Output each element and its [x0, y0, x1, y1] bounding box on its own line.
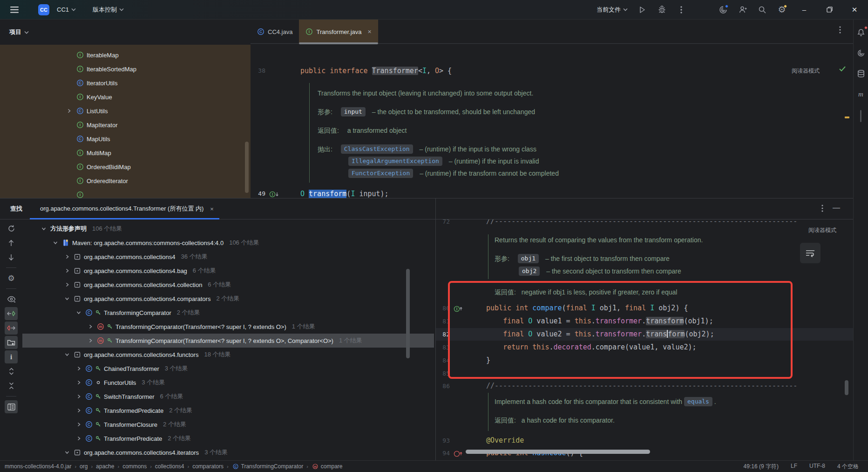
debug-icon[interactable] — [654, 3, 670, 17]
run-icon[interactable] — [634, 3, 650, 17]
search-everywhere-icon[interactable] — [754, 3, 770, 17]
chevron-right-icon[interactable] — [76, 394, 82, 399]
chevron-right-icon[interactable] — [76, 380, 82, 385]
chevron-right-icon[interactable] — [76, 366, 82, 371]
find-result-row[interactable]: org.apache.commons.collections4.collecti… — [22, 278, 434, 292]
chevron-down-icon[interactable] — [53, 240, 59, 246]
find-tree-scrollbar[interactable] — [406, 269, 410, 358]
more-actions-icon[interactable] — [673, 3, 689, 17]
inspections-ok-icon[interactable] — [839, 66, 846, 73]
new-folder-icon[interactable] — [5, 336, 18, 349]
project-tree-item-keyvalue[interactable]: IKeyValue — [0, 90, 251, 104]
caret-position[interactable]: 49:16 (9 字符) — [744, 463, 779, 471]
chevron-down-icon[interactable] — [41, 226, 47, 232]
expand-all-icon[interactable] — [5, 365, 18, 378]
gear-icon[interactable]: ⚙ — [5, 272, 18, 285]
implemented-method-gutter-icon[interactable]: I — [269, 190, 279, 198]
project-logo[interactable]: CC — [38, 4, 49, 15]
chevron-down-icon[interactable] — [64, 352, 71, 357]
project-selector[interactable]: CC1 — [54, 4, 79, 15]
exception-link[interactable]: FunctorException — [348, 169, 413, 178]
find-result-tab[interactable]: org.apache.commons.collections4.Transfor… — [36, 198, 217, 219]
soft-wrap-button[interactable] — [800, 243, 821, 263]
chevron-down-icon[interactable] — [64, 296, 71, 301]
vcs-menu[interactable]: 版本控制 — [90, 4, 127, 16]
project-tree-item-listutils[interactable]: CListUtils — [0, 104, 251, 118]
tab-options-icon[interactable] — [839, 26, 841, 35]
project-tree-scrollbar[interactable] — [245, 142, 249, 193]
find-result-row[interactable]: org.apache.commons.collections436 个结果 — [22, 250, 434, 264]
project-tree-item-mapiterator[interactable]: IMapIterator — [0, 118, 251, 132]
equals-chip[interactable]: equals — [684, 397, 712, 406]
project-tree-item-multimap[interactable]: IMultiMap — [0, 146, 251, 160]
chevron-right-icon[interactable] — [64, 268, 71, 274]
chevron-right-icon[interactable] — [64, 108, 74, 114]
chevron-right-icon[interactable] — [76, 422, 82, 427]
breadcrumb-item[interactable]: collections4 — [155, 463, 184, 470]
find-result-row[interactable]: org.apache.commons.collections4.functors… — [22, 348, 434, 362]
find-result-row[interactable]: CSwitchTransformer6 个结果 — [22, 390, 434, 404]
preview-pane-icon[interactable] — [5, 400, 18, 413]
find-result-row[interactable]: CTransformedPredicate2 个结果 — [22, 404, 434, 417]
chevron-right-icon[interactable] — [64, 282, 71, 287]
reader-mode-label[interactable]: 阅读器模式 — [808, 226, 836, 234]
nav-next-icon[interactable] — [5, 322, 18, 335]
find-result-row[interactable]: Maven: org.apache.commons:commons-collec… — [22, 236, 434, 250]
project-panel-header[interactable]: 项目 — [0, 20, 251, 45]
chevron-right-icon[interactable] — [76, 436, 82, 441]
collapse-all-icon[interactable] — [5, 379, 18, 392]
find-result-row[interactable]: CTransformerClosure2 个结果 — [22, 417, 434, 431]
project-tree-item-iteratorutils[interactable]: CIteratorUtils — [0, 76, 251, 90]
find-options-icon[interactable] — [821, 205, 823, 213]
maven-icon[interactable]: m — [855, 89, 867, 100]
breadcrumb-item[interactable]: CTransformingComparator — [232, 463, 304, 470]
nav-prev-icon[interactable] — [5, 307, 18, 320]
find-result-row[interactable]: 方法形参声明106 个结果 — [22, 222, 434, 236]
indent-indicator[interactable]: 4 个空格 — [837, 463, 859, 471]
settings-icon[interactable]: ⚙ — [774, 3, 790, 17]
find-result-row[interactable]: org.apache.commons.collections4.bag6 个结果 — [22, 264, 434, 278]
eye-icon[interactable] — [5, 293, 18, 306]
chevron-right-icon[interactable] — [64, 254, 71, 260]
code-with-me-icon[interactable] — [735, 3, 751, 17]
main-menu-icon[interactable] — [7, 3, 22, 17]
reader-mode-label[interactable]: 阅读器模式 — [792, 67, 820, 75]
exception-link[interactable]: ClassCastException — [341, 144, 413, 154]
hide-panel-icon[interactable]: — — [833, 205, 840, 213]
window-close-button[interactable]: ✕ — [844, 0, 865, 20]
breadcrumb-item[interactable]: apache — [96, 463, 114, 470]
database-icon[interactable] — [855, 68, 867, 79]
tab-transformer-java[interactable]: I Transformer.java × — [299, 20, 378, 44]
horizontal-scrollbar[interactable] — [466, 450, 650, 454]
project-tree-item[interactable]: I — [0, 188, 251, 198]
refresh-icon[interactable] — [5, 222, 18, 235]
project-tree-item-orderediterator[interactable]: IOrderedIterator — [0, 174, 251, 188]
project-tree-item-iterablesortedmap[interactable]: IIterableSortedMap — [0, 62, 251, 76]
breadcrumb-item[interactable]: mcompare — [312, 463, 343, 470]
run-configuration-selector[interactable]: 当前文件 — [594, 4, 631, 16]
find-result-row[interactable]: org.apache.commons.collections4.comparat… — [22, 292, 434, 306]
chevron-down-icon[interactable] — [64, 450, 71, 455]
project-tree-item-iterablemap[interactable]: IIterableMap — [0, 48, 251, 62]
overrides-method-gutter-icon[interactable] — [454, 449, 464, 461]
chevron-right-icon[interactable] — [88, 324, 94, 329]
breadcrumb-item[interactable]: comparators — [192, 463, 224, 470]
ai-chat-icon[interactable] — [855, 48, 867, 59]
find-result-row[interactable]: mTransformingComparator(Transformer<? su… — [22, 320, 434, 334]
tab-close-icon[interactable]: × — [368, 28, 372, 35]
project-tree-item-maputils[interactable]: CMapUtils — [0, 132, 251, 146]
find-result-row[interactable]: CChainedTransformer3 个结果 — [22, 362, 434, 376]
window-restore-button[interactable] — [819, 0, 840, 20]
find-result-row[interactable]: CFunctorUtils3 个结果 — [22, 376, 434, 390]
info-icon[interactable]: i — [5, 350, 18, 363]
usage-preview-editor[interactable]: 72 //-----------------------------------… — [436, 219, 853, 461]
find-result-row[interactable]: CTransformerPredicate2 个结果 — [22, 431, 434, 445]
window-minimize-button[interactable]: – — [793, 0, 815, 20]
chevron-down-icon[interactable] — [76, 310, 82, 315]
preview-scrollbar[interactable] — [845, 380, 848, 395]
arrow-up-icon[interactable] — [5, 236, 18, 249]
notifications-icon[interactable] — [855, 27, 867, 38]
find-result-row[interactable]: CTransformingComparator2 个结果 — [22, 306, 434, 320]
encoding-indicator[interactable]: UTF-8 — [809, 463, 825, 471]
project-tree-item-orderedbidimap[interactable]: IOrderedBidiMap — [0, 160, 251, 174]
